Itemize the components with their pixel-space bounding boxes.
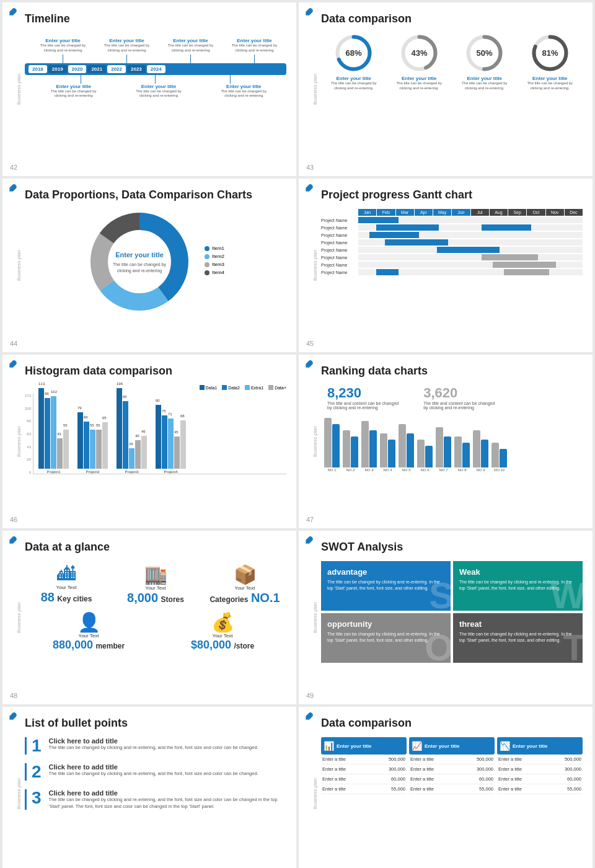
svg-text:clicking and re-entering: clicking and re-entering bbox=[117, 268, 162, 273]
panel-timeline: Timeline Enter your title The title can … bbox=[2, 2, 296, 176]
business-plan-label-45: Business plan bbox=[312, 250, 318, 281]
glance-value-1: 88 bbox=[41, 590, 55, 604]
circle-3: 50% Enter your title The title can be ch… bbox=[462, 33, 508, 91]
panel-number-46: 46 bbox=[10, 516, 17, 523]
dc-row-value: 500,000 bbox=[389, 756, 405, 762]
panel-title-51: Data comparison bbox=[321, 717, 583, 730]
glance-item-3: 📦 Your Text Categories NO.1 bbox=[203, 564, 286, 605]
panel-title-50: List of bullet points bbox=[25, 717, 286, 730]
gantt-chart: Jan Feb Mar Apr May Jun Jul Aug Sep Oct … bbox=[321, 209, 583, 275]
donut-wrapper: Enter your title The title can be change… bbox=[25, 209, 286, 314]
timeline-bottom-1: Enter your title The title can be change… bbox=[51, 84, 97, 99]
panel-number-42: 42 bbox=[10, 164, 17, 171]
feather-icon-43 bbox=[304, 7, 314, 17]
circle-3-desc: The title can be changed byclicking and … bbox=[462, 81, 508, 91]
circle-3-label: Enter your title bbox=[462, 76, 508, 81]
bullet-3: 3 Click here to add title The title can … bbox=[25, 789, 286, 810]
dc-row-value: 55,000 bbox=[567, 786, 581, 792]
business-plan-label-48: Business plan bbox=[16, 602, 22, 633]
swot-threat: T threat The title can be changed by cli… bbox=[453, 613, 583, 663]
svg-text:43%: 43% bbox=[411, 48, 427, 58]
ranking-stats: 8,230 The title and content can be chang… bbox=[327, 385, 576, 410]
swot-t-letter: T bbox=[563, 626, 583, 663]
dc-row-label: Enter a title bbox=[410, 776, 434, 782]
panel-number-47: 47 bbox=[306, 516, 314, 523]
bullet-desc-1: The title can be changed by clicking and… bbox=[49, 745, 258, 751]
panel-donut: Data Proportions, Data Comparison Charts… bbox=[2, 179, 296, 352]
svg-text:68%: 68% bbox=[346, 48, 362, 58]
panel-number-44: 44 bbox=[10, 340, 17, 347]
feather-icon-47 bbox=[304, 360, 314, 370]
panel-number-45: 45 bbox=[306, 340, 314, 347]
panel-title-46: Histogram data comparison bbox=[25, 365, 286, 378]
glance-value-3: Categories bbox=[209, 595, 248, 604]
bullet-1: 1 Click here to add title The title can … bbox=[25, 737, 286, 755]
circle-4-label: Enter your title bbox=[527, 76, 573, 81]
ranking-stat1-num: 8,230 bbox=[327, 385, 399, 401]
feather-icon-45 bbox=[304, 184, 314, 193]
glance-label-3: NO.1 bbox=[251, 591, 280, 604]
swot-w-letter: W bbox=[550, 574, 583, 611]
glance-item-1: 🏙 Your Text 88 Key cities bbox=[25, 564, 108, 605]
glance-yourtext-1: Your Text bbox=[25, 585, 108, 590]
glance-yourtext-2: Your Text bbox=[114, 585, 197, 591]
dc-row-value: 300,000 bbox=[477, 766, 493, 772]
dc-row-value: 500,000 bbox=[565, 756, 581, 762]
swot-s-heading: advantage bbox=[327, 567, 444, 577]
svg-text:81%: 81% bbox=[542, 48, 558, 58]
glance-value-5: $80,000 bbox=[191, 639, 231, 651]
swot-s-text: The title can be changed by clicking and… bbox=[327, 579, 444, 591]
business-plan-label-50: Business plan bbox=[16, 778, 22, 809]
swot-weakness: W Weak The title can be changed by click… bbox=[453, 561, 583, 611]
dc-col1-icon: 📊 bbox=[324, 741, 334, 751]
timeline-top-2: Enter your title The title can be change… bbox=[104, 38, 150, 53]
dc-row-label: Enter a title bbox=[322, 756, 346, 762]
glance-grid-bottom: 👤 Your Text 880,000 member 💰 Your Text $… bbox=[25, 611, 286, 652]
bullet-num-2: 2 bbox=[32, 763, 42, 781]
swot-s-letter: S bbox=[429, 574, 451, 611]
swot-opportunity: O opportunity The title can be changed b… bbox=[321, 613, 451, 663]
glance-grid-top: 🏙 Your Text 88 Key cities 🏬 Your Text 8,… bbox=[25, 564, 286, 605]
panel-bullets: List of bullet points 1 Click here to ad… bbox=[2, 707, 296, 868]
glance-yourtext-3: Your Text bbox=[203, 585, 286, 591]
glance-label-2: Stores bbox=[161, 595, 184, 604]
panel-dc-table: Data comparison 📊 Enter your title Enter… bbox=[299, 707, 593, 868]
dc-row-value: 300,000 bbox=[565, 766, 581, 772]
glance-item-5: 💰 Your Text $80,000 /store bbox=[159, 611, 286, 652]
business-plan-label-47: Business plan bbox=[312, 426, 318, 457]
panel-ranking: Ranking data charts 8,230 The title and … bbox=[299, 355, 593, 528]
dc-col-1: 📊 Enter your title Enter a title500,000 … bbox=[321, 737, 407, 794]
glance-item-4: 👤 Your Text 880,000 member bbox=[25, 611, 152, 652]
glance-label-1: Key cities bbox=[57, 595, 92, 603]
business-plan-label-51: Business plan bbox=[312, 778, 318, 809]
glance-value-2: 8,000 bbox=[127, 591, 158, 604]
swot-t-heading: threat bbox=[459, 619, 576, 629]
feather-icon-50 bbox=[7, 712, 17, 722]
dc-row-label: Enter a title bbox=[498, 786, 522, 792]
bullet-title-2: Click here to add title bbox=[49, 763, 258, 771]
timeline-top-3: Enter your title The title can be change… bbox=[168, 38, 214, 53]
svg-text:The title can be changed by: The title can be changed by bbox=[113, 262, 167, 267]
business-plan-label-42: Business plan bbox=[16, 74, 22, 105]
svg-text:50%: 50% bbox=[477, 48, 493, 58]
dc-col2-icon: 📈 bbox=[412, 741, 422, 751]
circle-2: 43% Enter your title The title can be ch… bbox=[396, 33, 442, 91]
circle-4: 81% Enter your title The title can be ch… bbox=[527, 33, 573, 91]
business-plan-label-44: Business plan bbox=[16, 250, 22, 281]
dc-row-label: Enter a title bbox=[410, 756, 434, 762]
feather-icon-49 bbox=[304, 536, 314, 546]
panel-glance: Data at a glance 🏙 Your Text 88 Key citi… bbox=[2, 531, 296, 704]
swot-strength: S advantage The title can be changed by … bbox=[321, 561, 451, 611]
dc-col-3: 📉 Enter your title Enter a title500,000 … bbox=[497, 737, 583, 794]
histogram-chart: 113100806343200 113 99 102 43 55 Project… bbox=[25, 394, 286, 474]
ranking-stat2-desc: The title and content can be changedby c… bbox=[423, 401, 495, 410]
bullet-list: 1 Click here to add title The title can … bbox=[25, 737, 286, 810]
business-plan-label-49: Business plan bbox=[312, 602, 318, 633]
dc-row-label: Enter a title bbox=[322, 766, 346, 772]
dc-row-label: Enter a title bbox=[498, 766, 522, 772]
ranking-bars: NO.1 NO.2 NO.3 bbox=[321, 416, 583, 472]
dc-row-value: 60,000 bbox=[567, 776, 581, 782]
panel-histogram: Histogram data comparison Data1 Data2 Ex… bbox=[2, 355, 296, 528]
dc-row-value: 500,000 bbox=[477, 756, 493, 762]
panel-title-48: Data at a glance bbox=[25, 541, 286, 554]
